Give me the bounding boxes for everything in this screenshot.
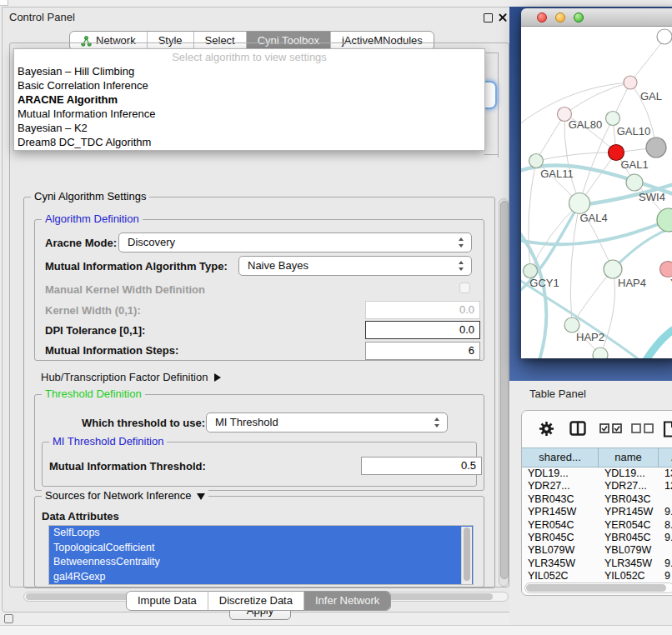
table-row[interactable]: YDR27...YDR27...12 bbox=[522, 480, 672, 492]
control-panel-bottom-tabbar: Impute DataDiscretize DataInfer Network bbox=[126, 591, 391, 611]
restore-panel-icon[interactable] bbox=[4, 614, 13, 623]
table-cell: YBR043C bbox=[599, 493, 659, 506]
mi-steps-input[interactable]: 6 bbox=[365, 342, 480, 360]
table-row[interactable]: YBR045CYBR045C9. bbox=[522, 532, 672, 544]
which-threshold-value: MI Threshold bbox=[215, 416, 278, 428]
column-header-name[interactable]: name bbox=[599, 448, 659, 467]
network-node-label: HAP2 bbox=[576, 331, 604, 343]
network-node-gal[interactable] bbox=[624, 76, 637, 89]
list-scrollbar[interactable] bbox=[461, 527, 472, 585]
network-window: GALGAL80GAL10GAL1GAL11SWI4GAL4GCY1HAP4YH… bbox=[521, 8, 672, 358]
desktop-background: GALGAL80GAL10GAL1GAL11SWI4GAL4GCY1HAP4YH… bbox=[509, 7, 672, 381]
table-panel: Table Panel bbox=[509, 381, 672, 625]
table-body: YDL19...YDL19...13YDR27...YDR27...12YBR0… bbox=[522, 468, 672, 582]
checked-pair-icon[interactable] bbox=[599, 423, 623, 433]
network-canvas[interactable]: GALGAL80GAL10GAL1GAL11SWI4GAL4GCY1HAP4YH… bbox=[521, 27, 672, 358]
manual-kernel-checkbox bbox=[459, 282, 470, 293]
table-row[interactable]: YBL079WYBL079W bbox=[522, 544, 672, 557]
data-attributes-label: Data Attributes bbox=[42, 510, 119, 522]
minimize-traffic-light[interactable] bbox=[555, 12, 565, 22]
algorithm-option-aracne-algorithm[interactable]: ARACNE Algorithm bbox=[14, 92, 484, 107]
attribute-item-betweennesscentrality[interactable]: BetweennessCentrality bbox=[49, 555, 473, 570]
network-node-gcy1[interactable] bbox=[524, 264, 538, 278]
attribute-item-selfloops[interactable]: SelfLoops bbox=[49, 526, 473, 541]
algorithm-definition-label: Algorithm Definition bbox=[42, 212, 143, 225]
algorithm-option-basic-correlation-inference[interactable]: Basic Correlation Inference bbox=[14, 78, 484, 92]
column-header-a[interactable]: A bbox=[659, 448, 672, 467]
table-cell: YBR043C bbox=[522, 493, 599, 506]
algorithm-option-dream8-dc-tdc-algorithm[interactable]: Dream8 DC_TDC Algorithm bbox=[14, 135, 484, 149]
network-node[interactable] bbox=[657, 29, 672, 44]
attribute-item-gal4rgexp[interactable]: gal4RGexp bbox=[49, 570, 473, 585]
network-window-titlebar[interactable] bbox=[521, 8, 672, 27]
settings-vertical-scrollbar[interactable] bbox=[499, 198, 509, 587]
table-horizontal-scrollbar[interactable] bbox=[524, 582, 672, 593]
column-header-shared[interactable]: shared... bbox=[522, 448, 599, 467]
dpi-tolerance-input[interactable]: 0.0 bbox=[365, 321, 480, 339]
algorithm-option-bayesian-k2[interactable]: Bayesian – K2 bbox=[14, 121, 484, 135]
unchecked-pair-icon[interactable] bbox=[631, 423, 654, 433]
table-panel-title: Table Panel bbox=[529, 381, 586, 407]
mi-threshold-group-label: MI Threshold Definition bbox=[49, 435, 167, 448]
network-node-gal4[interactable] bbox=[569, 193, 590, 214]
aracne-mode-value: Discovery bbox=[128, 236, 175, 248]
mi-threshold-input[interactable]: 0.5 bbox=[361, 457, 482, 475]
algorithm-prompt: Select algorithm to view settings bbox=[14, 50, 484, 64]
algorithm-option-bayesian-hill-climbing[interactable]: Bayesian – Hill Climbing bbox=[14, 64, 484, 78]
zoom-traffic-light[interactable] bbox=[574, 12, 584, 22]
mi-type-combo[interactable]: Naive Bayes bbox=[238, 256, 472, 276]
network-node-swi4[interactable] bbox=[626, 174, 643, 191]
network-node-gal11[interactable] bbox=[529, 154, 544, 168]
table-row[interactable]: YIL052CYIL052C9 bbox=[522, 570, 672, 582]
sources-group-label[interactable]: Sources for Network Inference bbox=[42, 489, 208, 502]
close-traffic-light[interactable] bbox=[537, 12, 547, 22]
table-container: shared...nameA YDL19...YDL19...13YDR27..… bbox=[521, 410, 672, 596]
network-node-label: HAP4 bbox=[618, 277, 646, 289]
tab-label: Infer Network bbox=[315, 592, 379, 610]
network-node-hap4[interactable] bbox=[604, 260, 622, 278]
network-node-label: GAL11 bbox=[540, 168, 574, 180]
network-node-label: GAL10 bbox=[617, 125, 650, 138]
table-row[interactable]: YPR145WYPR145W9. bbox=[522, 506, 672, 518]
bottom-tab-infer-network[interactable]: Infer Network bbox=[303, 592, 390, 610]
float-window-icon[interactable] bbox=[484, 13, 493, 22]
table-cell bbox=[659, 544, 672, 557]
network-node[interactable] bbox=[593, 348, 608, 358]
network-node-y[interactable] bbox=[660, 262, 672, 278]
algorithm-dropdown-popup: Select algorithm to view settings Bayesi… bbox=[13, 48, 485, 151]
bottom-tab-impute-data[interactable]: Impute Data bbox=[127, 592, 208, 610]
hidden-combo-fragment[interactable] bbox=[484, 81, 497, 109]
network-node[interactable] bbox=[646, 138, 666, 158]
table-toolbar bbox=[522, 411, 672, 448]
control-panel-title: Control Panel bbox=[9, 8, 75, 28]
split-columns-icon[interactable] bbox=[569, 421, 586, 436]
tab-label: Discretize Data bbox=[219, 592, 293, 610]
document-icon[interactable] bbox=[663, 421, 672, 438]
table-row[interactable]: YBR043CYBR043C bbox=[522, 493, 672, 506]
screen: Control Panel NetworkStyleSelectCyni Too… bbox=[0, 0, 672, 635]
hub-definition-toggle[interactable]: Hub/Transcription Factor Definition bbox=[41, 369, 221, 386]
control-panel-titlebar: Control Panel bbox=[3, 8, 516, 28]
gear-icon[interactable] bbox=[539, 421, 554, 437]
control-panel: Control Panel NetworkStyleSelectCyni Too… bbox=[2, 7, 517, 612]
table-cell: YBR045C bbox=[522, 532, 599, 544]
hub-definition-label: Hub/Transcription Factor Definition bbox=[41, 371, 208, 383]
table-row[interactable]: YER054CYER054C8. bbox=[522, 519, 672, 532]
network-node-gal10[interactable] bbox=[606, 112, 620, 126]
top-left-notch bbox=[0, 0, 8, 6]
data-attributes-list[interactable]: SelfLoopsTopologicalCoefficientBetweenne… bbox=[48, 525, 474, 585]
spinner-arrows-icon bbox=[434, 418, 440, 428]
attribute-item-topologicalcoefficient[interactable]: TopologicalCoefficient bbox=[49, 541, 473, 556]
table-row[interactable]: YDL19...YDL19...13 bbox=[522, 468, 672, 480]
table-cell: YPR145W bbox=[522, 506, 599, 518]
algorithm-option-mutual-information-inference[interactable]: Mutual Information Inference bbox=[14, 107, 484, 121]
network-node[interactable] bbox=[657, 208, 672, 232]
bottom-tab-discretize-data[interactable]: Discretize Data bbox=[208, 592, 303, 610]
aracne-mode-combo[interactable]: Discovery bbox=[118, 232, 472, 252]
collapsed-arrow-icon bbox=[214, 373, 221, 382]
table-cell: 13 bbox=[659, 468, 672, 480]
which-threshold-combo[interactable]: MI Threshold bbox=[206, 412, 448, 432]
table-row[interactable]: YLR345WYLR345W9. bbox=[522, 558, 672, 570]
close-icon[interactable] bbox=[498, 12, 508, 22]
table-header-row: shared...nameA bbox=[522, 448, 672, 468]
